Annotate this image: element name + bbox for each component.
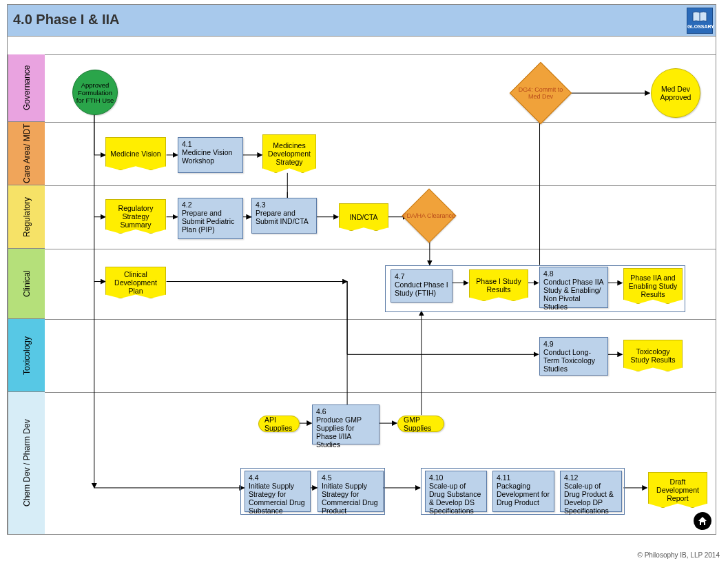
node-4-4[interactable]: 4.4 Initiate Supply Strategy for Commerc… bbox=[245, 471, 311, 512]
book-icon bbox=[691, 11, 708, 23]
header-bar: 4.0 Phase I & IIA GLOSSARY bbox=[8, 5, 716, 37]
glossary-label: GLOSSARY bbox=[687, 24, 712, 29]
node-gmp-supplies[interactable]: GMP Supplies bbox=[397, 416, 444, 432]
doc-phase2a-results[interactable]: Phase IIA and Enabling Study Results bbox=[623, 268, 683, 304]
doc-clinical-dev-plan[interactable]: Clinical Development Plan bbox=[105, 267, 166, 298]
node-4-12[interactable]: 4.12 Scale-up of Drug Product & Develop … bbox=[560, 471, 622, 512]
page-title: 4.0 Phase I & IIA bbox=[13, 12, 120, 28]
doc-ind-cta[interactable]: IND/CTA bbox=[339, 203, 388, 231]
node-dg4-decision[interactable]: DG4: Commit to Med Dev bbox=[510, 62, 572, 125]
node-4-6[interactable]: 4.6 Produce GMP Supplies for Phase I/IIA… bbox=[312, 405, 379, 444]
node-approved-formulation[interactable]: Approved Formulation for FTIH Use bbox=[72, 70, 118, 115]
diagram-canvas: Approved Formulation for FTIH Use DG4: C… bbox=[45, 54, 716, 534]
node-4-9[interactable]: 4.9 Conduct Long-Term Toxicology Studies bbox=[539, 337, 608, 376]
doc-phase1-results[interactable]: Phase I Study Results bbox=[469, 269, 528, 301]
doc-medicine-vision[interactable]: Medicine Vision bbox=[105, 137, 166, 170]
lane-toxicology: Toxicology bbox=[8, 319, 45, 392]
node-4-1[interactable]: 4.1 Medicine Vision Workshop bbox=[178, 137, 243, 173]
node-4-11[interactable]: 4.11 Packaging Development for Drug Prod… bbox=[492, 471, 554, 512]
node-4-5[interactable]: 4.5 Initiate Supply Strategy for Commerc… bbox=[318, 471, 384, 512]
glossary-button[interactable]: GLOSSARY bbox=[687, 8, 713, 34]
diagram-frame: 4.0 Phase I & IIA GLOSSARY Governance Ca… bbox=[7, 4, 716, 535]
home-icon bbox=[698, 516, 707, 526]
node-4-10[interactable]: 4.10 Scale-up of Drug Substance & Develo… bbox=[425, 471, 487, 512]
home-button[interactable] bbox=[694, 512, 711, 530]
lane-clinical: Clinical bbox=[8, 249, 45, 319]
node-4-8[interactable]: 4.8 Conduct Phase IIA Study & Enabling/ … bbox=[539, 267, 608, 308]
lane-care-area: Care Area/ MDT bbox=[8, 122, 45, 185]
node-api-supplies[interactable]: API Supplies bbox=[258, 416, 300, 432]
lane-regulatory: Regulatory bbox=[8, 185, 45, 249]
footer-text: © Philosophy IB, LLP 2014 bbox=[8, 551, 720, 559]
node-fda-ha-clearance[interactable]: FDA/HA Clearance bbox=[402, 188, 456, 243]
doc-draft-dev-report[interactable]: Draft Development Report bbox=[648, 472, 707, 508]
node-4-2[interactable]: 4.2 Prepare and Submit Pediatric Plan (P… bbox=[178, 198, 243, 239]
lane-chem-pharm-dev: Chem Dev / Pharm Dev bbox=[8, 392, 45, 535]
node-meddev-approved[interactable]: Med Dev Approved bbox=[651, 68, 700, 118]
doc-tox-results[interactable]: Toxicology Study Results bbox=[623, 340, 683, 371]
lane-governance: Governance bbox=[8, 54, 45, 122]
node-4-3[interactable]: 4.3 Prepare and Submit IND/CTA bbox=[251, 198, 317, 234]
doc-reg-strategy-summary[interactable]: Regulatory Strategy Summary bbox=[105, 199, 166, 234]
node-4-7[interactable]: 4.7 Conduct Phase I Study (FTIH) bbox=[391, 269, 453, 303]
swimlane-labels: Governance Care Area/ MDT Regulatory Cli… bbox=[8, 54, 45, 534]
doc-medicines-dev-strategy[interactable]: Medicines Development Strategy bbox=[262, 134, 316, 173]
